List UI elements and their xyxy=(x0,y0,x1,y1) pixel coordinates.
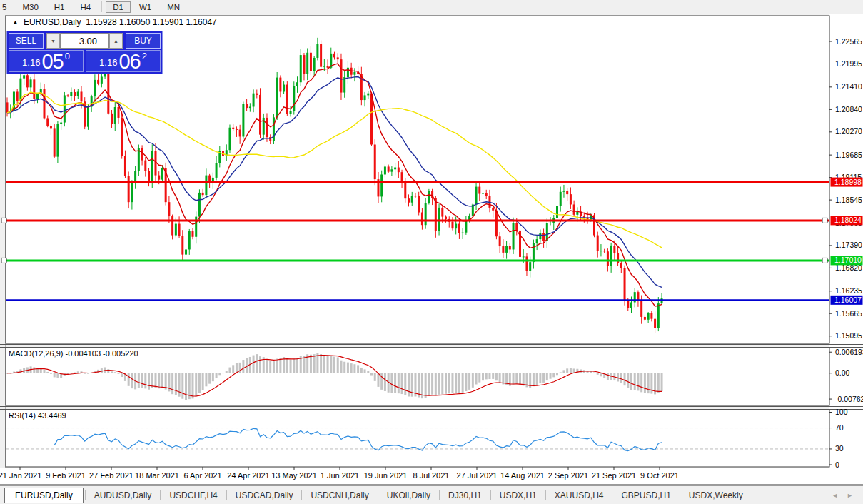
symbol-tab-xauusd[interactable]: XAUUSD,H4 xyxy=(547,488,611,503)
buy-price-sup: 2 xyxy=(142,51,147,61)
toolbar-separator xyxy=(101,1,102,12)
rsi-axis-label: 100 xyxy=(835,408,848,416)
volume-input[interactable] xyxy=(60,33,109,49)
line-handle[interactable] xyxy=(1,258,6,263)
price-axis-label: 1.20840 xyxy=(835,105,862,114)
price-tag-label: 1.17010 xyxy=(834,256,862,264)
price-axis-label: 1.20270 xyxy=(835,127,862,136)
volume-up-button[interactable]: ▲ xyxy=(109,33,123,49)
tab-scroll-right-button[interactable]: ► xyxy=(842,492,857,499)
timeframe-button-mn[interactable]: MN xyxy=(160,1,187,13)
date-axis-label: 8 Jul 2021 xyxy=(413,471,450,480)
price-axis-label: 1.15095 xyxy=(835,331,862,340)
date-axis-label: 9 Oct 2021 xyxy=(640,471,679,480)
timeframe-button-5[interactable]: 5 xyxy=(0,1,14,13)
macd-axis-label: 0.006193 xyxy=(835,348,863,356)
sell-button[interactable]: SELL xyxy=(9,33,44,49)
date-axis-label: 24 Apr 2021 xyxy=(227,471,269,480)
timeframe-button-w1[interactable]: W1 xyxy=(132,1,158,13)
rsi-axis-label: 70 xyxy=(835,423,844,432)
chart-title-ohlc: 1.15928 1.16050 1.15901 1.16047 xyxy=(86,17,217,27)
up-arrow-icon: ▲ xyxy=(113,39,118,44)
buy-price-display[interactable]: 1.16 06 2 xyxy=(86,50,161,72)
macd-axis-label: 0.00 xyxy=(835,368,850,377)
rsi-name: RSI(14) xyxy=(9,411,36,420)
volume-down-button[interactable]: ▼ xyxy=(46,33,60,49)
buy-price-big: 06 xyxy=(118,53,140,71)
chart-title: ▲EURUSD,Daily 1.15928 1.16050 1.15901 1.… xyxy=(12,17,217,27)
rsi-label: RSI(14) 43.4469 xyxy=(9,411,66,420)
price-tag-label: 1.18024 xyxy=(834,216,862,224)
symbol-tab-usdcnh[interactable]: USDCNH,Daily xyxy=(303,488,375,503)
symbol-tab-usdchf[interactable]: USDCHF,H4 xyxy=(162,488,224,503)
date-axis-label: 27 Jul 2021 xyxy=(457,471,498,480)
timeframe-button-h4[interactable]: H4 xyxy=(73,1,98,13)
line-handle[interactable] xyxy=(1,218,6,223)
down-arrow-icon: ▼ xyxy=(51,39,56,44)
symbol-tab-audusd[interactable]: AUDUSD,Daily xyxy=(87,488,159,503)
buy-price-base: 1.16 xyxy=(99,57,117,68)
timeframe-button-m30[interactable]: M30 xyxy=(15,1,45,13)
toolbar-separator xyxy=(191,1,191,12)
price-axis-label: 1.22565 xyxy=(835,37,862,46)
symbol-tab-gbpusd[interactable]: GBPUSD,H1 xyxy=(614,488,677,503)
price-axis-label: 1.17390 xyxy=(835,241,862,249)
tab-separator xyxy=(752,490,752,500)
timeframe-button-d1[interactable]: D1 xyxy=(106,1,131,13)
date-axis-label: 6 Apr 2021 xyxy=(183,471,221,480)
date-axis-label: 14 Aug 2021 xyxy=(500,471,545,480)
macd-values: -0.004103 -0.005220 xyxy=(65,349,138,358)
price-axis-label: 1.21995 xyxy=(835,59,862,68)
timeframe-toolbar: 5M30H1H4D1W1MN xyxy=(0,0,863,14)
tab-separator xyxy=(680,490,680,500)
timeframe-button-h1[interactable]: H1 xyxy=(47,1,72,13)
line-handle[interactable] xyxy=(822,218,827,223)
tab-separator xyxy=(490,490,491,500)
sell-price-display[interactable]: 1.16 05 0 xyxy=(9,50,84,72)
sell-price-base: 1.16 xyxy=(22,57,40,68)
line-handle[interactable] xyxy=(822,258,827,263)
date-axis-label: 13 May 2021 xyxy=(271,471,317,480)
tab-scroll-left-button[interactable]: ◄ xyxy=(827,492,842,499)
price-tag-label: 1.18998 xyxy=(834,178,862,186)
price-axis-label: 1.15665 xyxy=(835,309,862,318)
rsi-axis-label: 30 xyxy=(835,444,844,453)
buy-button[interactable]: BUY xyxy=(126,33,161,49)
price-axis-label: 1.16235 xyxy=(835,286,862,295)
sell-price-big: 05 xyxy=(41,53,63,71)
rsi-value: 43.4469 xyxy=(38,411,66,420)
tab-separator xyxy=(301,490,302,500)
one-click-trading-panel: SELL ▼ ▲ BUY 1.16 05 0 1.16 06 2 xyxy=(6,31,163,74)
price-axis-label: 1.19685 xyxy=(835,151,862,159)
tab-separator xyxy=(439,490,440,500)
symbol-tab-bar: EURUSD,DailyAUDUSD,DailyUSDCHF,H4USDCAD,… xyxy=(0,485,863,504)
symbol-tab-usdx[interactable]: USDX,Weekly xyxy=(682,488,750,503)
date-axis-label: 27 Feb 2021 xyxy=(89,471,133,480)
symbol-tab-usdx[interactable]: USDX,H1 xyxy=(493,488,544,503)
symbol-tab-dj30[interactable]: DJ30,H1 xyxy=(441,488,489,503)
rsi-axis-label: 0 xyxy=(835,460,839,469)
symbol-tab-usdcad[interactable]: USDCAD,Daily xyxy=(228,488,301,503)
price-axis-label: 1.21410 xyxy=(835,82,862,91)
tab-separator xyxy=(545,490,546,500)
mt4-terminal: { "toolbar": { "timeframe_groups": [["5"… xyxy=(0,0,863,504)
symbol-tab-eurusd[interactable]: EURUSD,Daily xyxy=(4,488,84,503)
date-axis-label: 19 Jun 2021 xyxy=(364,471,408,480)
symbol-tab-ukoil[interactable]: UKOil,Daily xyxy=(380,488,438,503)
date-axis-label: 9 Feb 2021 xyxy=(46,471,86,480)
tab-separator xyxy=(226,490,227,500)
date-axis-label: 18 Mar 2021 xyxy=(135,471,179,480)
date-axis-label: 21 Jan 2021 xyxy=(0,471,41,480)
date-axis-label: 1 Jun 2021 xyxy=(321,471,359,480)
date-axis-label: 21 Sep 2021 xyxy=(592,471,636,480)
price-axis-label: 1.18545 xyxy=(835,196,862,204)
collapse-arrow-icon[interactable]: ▲ xyxy=(12,19,19,26)
date-axis-label: 2 Sep 2021 xyxy=(548,471,588,480)
sell-price-sup: 0 xyxy=(65,51,70,61)
tab-separator xyxy=(85,490,86,500)
tab-separator xyxy=(612,490,612,500)
macd-axis-label: -0.007625 xyxy=(835,395,863,403)
price-chart[interactable]: 1.225651.219951.214101.208401.202701.196… xyxy=(0,14,863,485)
macd-name: MACD(12,26,9) xyxy=(9,349,63,358)
price-tag-label: 1.16007 xyxy=(834,296,862,304)
